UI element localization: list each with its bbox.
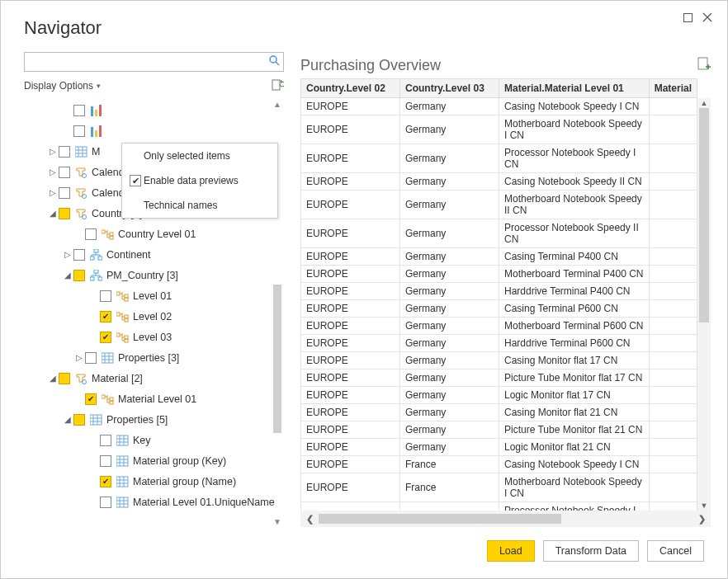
tree-item-material-group-name[interactable]: Material group (Name) [24, 471, 284, 492]
table-row[interactable]: EUROPEGermanyPicture Tube Monitor flat 1… [301, 370, 697, 387]
col-header[interactable]: Material.Material Level 01 [499, 79, 650, 98]
checkbox[interactable] [59, 208, 70, 219]
table-row[interactable]: EUROPEGermanyCasing Notebook Speedy II C… [301, 173, 697, 191]
menu-technical-names[interactable]: Technical names [122, 193, 277, 218]
table-row[interactable]: EUROPEGermanyLogic Monitor flat 17 CN [301, 387, 697, 404]
table-row[interactable]: EUROPEGermanyCasing Monitor flat 21 CN [301, 404, 697, 421]
expander-expanded-icon[interactable]: ◢ [62, 415, 73, 424]
table-row[interactable]: EUROPEGermanyMotherboard Terminal P600 C… [301, 318, 697, 335]
scrollbar-thumb[interactable] [699, 108, 709, 322]
checkbox[interactable] [100, 290, 111, 302]
checkbox[interactable] [85, 228, 97, 240]
checkbox[interactable] [59, 187, 70, 199]
table-row[interactable]: EUROPEGermanyMotherboard Notebook Speedy… [301, 191, 697, 219]
tree-item-key[interactable]: Key [24, 430, 284, 450]
scroll-up-icon[interactable]: ▲ [271, 98, 284, 110]
table-row[interactable]: EUROPEGermanyProcessor Notebook Speedy I… [301, 144, 697, 173]
table-row[interactable]: EUROPEGermanyCasing Terminal P400 CN [301, 248, 697, 266]
expander-collapsed-icon[interactable]: ▷ [47, 147, 59, 156]
display-options-button[interactable]: Display Options ▾ [24, 80, 101, 92]
table-row[interactable]: EUROPEGermanyProcessor Notebook Speedy I… [301, 219, 697, 248]
preview-table: Country.Level 02 Country.Level 03 Materi… [300, 78, 697, 527]
col-header[interactable]: Material [649, 79, 697, 98]
search-icon[interactable] [269, 55, 280, 68]
table-row[interactable]: EUROPEFranceMotherboard Notebook Speedy … [301, 473, 697, 502]
menu-enable-previews[interactable]: ✔ Enable data previews [122, 168, 277, 193]
table-row[interactable]: EUROPEGermanyMotherboard Terminal P400 C… [301, 266, 697, 283]
table-row[interactable]: EUROPEGermanyCasing Notebook Speedy I CN [301, 98, 697, 115]
expander-expanded-icon[interactable]: ◢ [47, 374, 59, 383]
tree-item-properties-5[interactable]: ◢ Properties [5] [24, 409, 284, 430]
page-add-icon[interactable] [697, 57, 711, 74]
checkbox[interactable] [73, 249, 85, 261]
expander-collapsed-icon[interactable]: ▷ [47, 188, 59, 197]
table-row[interactable]: EUROPEGermanyHarddrive Terminal P600 CN [301, 335, 697, 352]
cell: EUROPE [301, 115, 400, 144]
menu-only-selected[interactable]: Only selected items [122, 144, 277, 168]
table-row[interactable]: EUROPEGermanyCasing Monitor flat 17 CN [301, 352, 697, 370]
table-row[interactable]: EUROPEGermanyMotherboard Notebook Speedy… [301, 115, 697, 144]
cell: Germany [400, 283, 499, 300]
tree-item-level-03[interactable]: Level 03 [24, 327, 284, 347]
checkbox[interactable] [100, 497, 111, 508]
search-box[interactable] [24, 52, 284, 72]
expander-expanded-icon[interactable]: ◢ [62, 271, 73, 280]
table-icon [115, 475, 130, 488]
cell: France [400, 456, 499, 473]
checkbox[interactable] [59, 167, 70, 178]
table-row[interactable]: EUROPEGermanyPicture Tube Monitor flat 2… [301, 421, 697, 439]
scroll-down-icon[interactable]: ▼ [697, 501, 711, 511]
load-button[interactable]: Load [487, 540, 535, 562]
table-row[interactable]: EUROPEGermanyLogic Monitor flat 21 CN [301, 439, 697, 456]
checkbox[interactable] [100, 311, 111, 322]
checkbox[interactable] [100, 435, 111, 446]
checkbox[interactable] [73, 414, 85, 426]
tree-item-properties-3[interactable]: ▷ Properties [3] [24, 347, 284, 368]
expander-expanded-icon[interactable]: ◢ [47, 209, 59, 218]
cell: Motherboard Terminal P600 CN [499, 318, 650, 335]
expander-collapsed-icon[interactable]: ▷ [62, 250, 73, 259]
tree-item-material-l01-uniquename[interactable]: Material Level 01.UniqueName [24, 492, 284, 512]
table-row[interactable]: EUROPEGermanyCasing Terminal P600 CN [301, 300, 697, 318]
scroll-up-icon[interactable]: ▲ [697, 98, 711, 108]
scrollbar-thumb[interactable] [273, 285, 281, 433]
tree-item-material[interactable]: ◢ Material [2] [24, 368, 284, 388]
tree-item-country-level-01[interactable]: Country Level 01 [24, 224, 284, 244]
tree-item-material-group-key[interactable]: Material group (Key) [24, 450, 284, 471]
checkbox[interactable] [59, 373, 70, 384]
scroll-down-icon[interactable]: ▼ [271, 515, 284, 527]
tree-item-level-01[interactable]: Level 01 [24, 285, 284, 306]
transform-data-button[interactable]: Transform Data [543, 540, 639, 562]
checkbox[interactable] [73, 105, 85, 116]
expander-collapsed-icon[interactable]: ▷ [47, 167, 59, 177]
expander-collapsed-icon[interactable]: ▷ [73, 353, 85, 362]
table-row[interactable]: EUROPEGermanyHarddrive Terminal P400 CN [301, 283, 697, 300]
scroll-left-icon[interactable]: ❮ [300, 514, 319, 525]
col-header[interactable]: Country.Level 02 [301, 79, 400, 98]
tree-item-material-level-01[interactable]: Material Level 01 [24, 388, 284, 409]
tree-item-pm-country[interactable]: ◢ PM_Country [3] [24, 265, 284, 285]
checkbox[interactable] [100, 476, 111, 487]
cell: EUROPE [301, 421, 400, 439]
table-hscrollbar[interactable]: ❮ ❯ [300, 511, 711, 527]
table-row[interactable]: EUROPEFranceCasing Notebook Speedy I CN [301, 456, 697, 473]
scroll-right-icon[interactable]: ❯ [693, 514, 711, 525]
tree-item-level-02[interactable]: Level 02 [24, 306, 284, 327]
checkbox[interactable] [100, 332, 111, 343]
checkbox[interactable] [59, 146, 70, 158]
checkbox[interactable] [73, 270, 85, 281]
cancel-button[interactable]: Cancel [647, 540, 704, 562]
left-pane: Display Options ▾ [24, 52, 284, 527]
checkbox[interactable] [100, 455, 111, 467]
refresh-icon[interactable] [271, 79, 284, 92]
search-input[interactable] [28, 56, 269, 68]
tree-item[interactable] [24, 120, 284, 141]
checkbox[interactable] [85, 352, 97, 364]
table-vscrollbar[interactable]: ▲ ▼ [697, 98, 711, 511]
col-header[interactable]: Country.Level 03 [400, 79, 499, 98]
tree-item-continent[interactable]: ▷ Continent [24, 244, 284, 265]
scrollbar-thumb[interactable] [319, 514, 561, 524]
checkbox[interactable] [73, 125, 85, 137]
checkbox[interactable] [85, 393, 97, 405]
tree-item[interactable] [24, 100, 284, 120]
